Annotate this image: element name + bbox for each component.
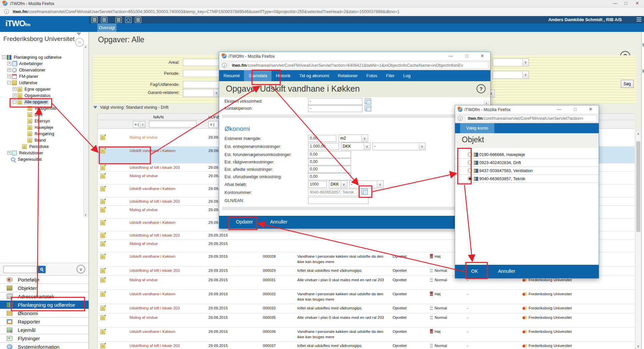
tree-item-label[interactable]: Rekvisitioner xyxy=(18,150,44,156)
close-button[interactable]: ✕ xyxy=(478,53,487,58)
estimeret-maengde-field[interactable]: 0,00 xyxy=(308,135,336,142)
view-selector-label[interactable]: Valgt visning: Standard visning - Drift xyxy=(100,105,168,110)
tree-item[interactable]: Drift xyxy=(1,111,83,118)
book-icon[interactable] xyxy=(135,17,141,23)
account-lookup-icon[interactable] xyxy=(361,189,368,194)
cell-name[interactable]: Udskiftning af loft i lokale 203 xyxy=(111,231,206,239)
url-text[interactable]: itwo.fm/corefmareal/servlet/CoreFMArealU… xyxy=(468,116,595,121)
cell-name[interactable]: Udskiftning af loft i lokale 203 xyxy=(111,266,206,276)
menu-item[interactable]: Lejemål xyxy=(0,326,89,334)
cell-name[interactable]: Maling af vindue xyxy=(111,240,206,252)
tree-expander[interactable] xyxy=(23,113,27,116)
name-filter-input[interactable] xyxy=(149,121,197,128)
lookup-icon[interactable] xyxy=(365,98,371,104)
chevron-down-icon[interactable] xyxy=(77,33,81,36)
scroll-down-icon[interactable]: ∨ xyxy=(636,344,641,348)
menu-item-label[interactable]: Flytninger xyxy=(18,336,40,341)
tree-item[interactable]: − Alle opgaver xyxy=(1,99,83,105)
menu-item-label[interactable]: Lejemål xyxy=(18,327,36,333)
menu-item[interactable]: Objekter xyxy=(0,284,89,292)
scroll-up-icon[interactable]: ∧ xyxy=(636,132,641,136)
tree-expander[interactable] xyxy=(23,119,27,123)
chevron-down-icon[interactable]: ∨ xyxy=(523,71,528,78)
chevron-down-icon[interactable]: ∨ xyxy=(213,90,219,96)
account-option[interactable]: 0923-402402834, Drift xyxy=(455,159,599,167)
menu-item[interactable]: Flytninger xyxy=(0,334,89,342)
ok-button[interactable]: OK xyxy=(471,268,478,274)
menu-item[interactable]: Portefølje xyxy=(0,275,89,284)
tree-item-label[interactable]: Egne opgaver xyxy=(23,87,52,92)
collapsed-right-panel[interactable]: H H xyxy=(641,32,644,349)
expand-circle-icon[interactable]: ∨ xyxy=(77,265,85,273)
info-icon[interactable]: i xyxy=(222,63,227,68)
tree-expander[interactable] xyxy=(17,145,21,148)
tree-item-label[interactable]: Opgavestatus xyxy=(23,93,51,98)
unit-select[interactable]: m2∨ xyxy=(339,135,368,142)
tree-expander[interactable]: + xyxy=(13,94,16,97)
dialog-address-bar[interactable]: i itwo.fm/corefmareal/servlet/CoreFMArea… xyxy=(219,61,490,70)
maximize-button[interactable]: □ xyxy=(462,53,472,58)
tree-item[interactable]: + Observationer xyxy=(1,67,83,73)
update-button[interactable]: Opdater xyxy=(236,219,253,225)
filter-right-select-1[interactable]: ∨ xyxy=(493,58,529,66)
tree-expander[interactable]: + xyxy=(7,74,11,78)
dialog-tab[interactable]: Tid og økonomi xyxy=(295,70,333,81)
tree-item-label[interactable]: Brand xyxy=(34,138,47,143)
tree-item[interactable]: Havepleje xyxy=(1,124,83,131)
raadgiver-field[interactable]: 0,00 xyxy=(308,158,351,165)
menu-item[interactable]: Planlægning og udførelse xyxy=(0,300,89,309)
kontonummer-field[interactable]: 9040-663653857, Teknik xyxy=(308,189,360,196)
tree-item-label[interactable]: Eftersyn xyxy=(34,118,51,124)
settings-icon[interactable] xyxy=(91,17,98,23)
tree-item[interactable]: + Rekvisitioner xyxy=(1,150,83,156)
table-row[interactable]: Udskift vandhane i Køkken 29.09.2015 000… xyxy=(98,328,635,342)
tree-item[interactable]: − Planlægning og udførelse xyxy=(1,54,83,60)
view-selector[interactable]: Valgt visning: Standard visning - Drift xyxy=(93,105,168,110)
table-row[interactable]: Udskiftning af loft i lokale 203 29.09.2… xyxy=(98,304,635,313)
url-text[interactable]: itwo.fm/corefmareal/servlet/CoreFMArealU… xyxy=(13,9,637,14)
url-text[interactable]: itwo.fm/corefmareal/servlet/CoreFMArealU… xyxy=(232,63,487,68)
dialog-tab[interactable]: Fotos xyxy=(362,70,382,81)
account-option[interactable]: 9040-663653857, Teknik xyxy=(455,175,599,183)
tree-item[interactable]: + FM-planer xyxy=(1,73,83,80)
help-icon[interactable]: ? xyxy=(477,84,486,93)
tree-item-label[interactable]: Søgeresultat xyxy=(17,157,43,162)
account-option-label[interactable]: 0190-666666, Havepleje xyxy=(479,152,525,157)
kontakt-field[interactable]: - xyxy=(308,105,362,112)
tree-expander[interactable]: + xyxy=(13,87,16,91)
cell-name[interactable]: Udskift vandhane i Køkken xyxy=(111,252,206,266)
cell-name[interactable]: Udskift vandhane i Køkken xyxy=(111,147,206,163)
currency-select[interactable]: DKK∨ xyxy=(329,181,347,188)
tree-item-label[interactable]: Planlægning og udførelse xyxy=(13,55,62,60)
search-button[interactable] xyxy=(38,266,46,273)
chevron-down-icon[interactable]: ∨ xyxy=(523,59,528,66)
cell-name[interactable]: Udskiftning af loft i lokale 203 xyxy=(111,342,206,349)
menu-item[interactable]: Adressekartotek xyxy=(0,292,89,300)
dialog-tab[interactable]: Historik xyxy=(271,70,295,81)
afledte-field[interactable]: 0,00 xyxy=(308,166,351,173)
cell-name[interactable]: Maling af vindue xyxy=(111,206,206,218)
tree-item-label[interactable]: Udførelse xyxy=(18,80,38,86)
account-option[interactable]: 0190-666666, Havepleje xyxy=(455,151,599,159)
menu-item-label[interactable]: Planlægning og udførelse xyxy=(18,302,75,308)
afsat-belob-field[interactable]: 1000 xyxy=(308,181,327,188)
cell-name[interactable]: Maling af vindue xyxy=(111,133,206,146)
entreprenor-field[interactable]: 1.000,00 xyxy=(308,143,339,150)
tree-item[interactable]: + Anbefalinger xyxy=(1,60,83,67)
cell-name[interactable]: Udskiftning af loft i lokale 203 xyxy=(111,197,206,205)
gln-ean-field[interactable] xyxy=(308,197,368,204)
tree-expander[interactable]: + xyxy=(7,68,11,72)
column-header-navn[interactable]: NAVN xyxy=(111,114,206,120)
tree-item-label[interactable]: Rengøring xyxy=(34,131,55,137)
cell-name[interactable]: Maling af vindue xyxy=(111,313,206,327)
search-submit-button[interactable]: Søg xyxy=(621,80,634,88)
menu-item-label[interactable]: Systeminformation xyxy=(18,344,59,349)
account-option[interactable]: 8437-503847583, Ventilation xyxy=(455,167,599,175)
tree-item-label[interactable]: Alle opgaver xyxy=(23,99,49,105)
account-option-label[interactable]: 0923-402402834, Drift xyxy=(479,160,521,165)
minimize-button[interactable]: — xyxy=(446,53,455,58)
minimize-button[interactable]: — xyxy=(554,107,564,112)
cell-name[interactable]: Udskiftning af loft i lokale 203 xyxy=(111,304,206,313)
menu-item-label[interactable]: Økonomi xyxy=(18,310,38,316)
forundersogelse-field[interactable]: 0,00 xyxy=(308,151,351,158)
